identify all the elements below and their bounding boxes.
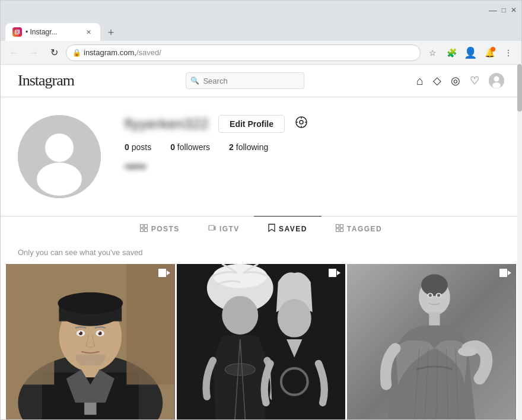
new-tab-button[interactable]: + [103, 24, 119, 41]
saved-notice: Only you can see what you've saved [6, 241, 516, 264]
profile-toolbar-button[interactable]: 👤 [462, 44, 479, 61]
tab-close-button[interactable]: ✕ [84, 27, 93, 37]
instagram-header: Instagram 🔍 ⌂ ◇ ◎ ♡ [1, 65, 521, 97]
svg-point-33 [58, 292, 123, 314]
minimize-button[interactable]: — [489, 5, 497, 15]
compass-icon[interactable]: ◎ [451, 74, 460, 87]
tagged-tab-label: TAGGED [347, 225, 382, 233]
followers-stat[interactable]: 0 followers [170, 142, 210, 152]
svg-rect-70 [499, 269, 507, 277]
tab-posts[interactable]: POSTS [126, 216, 194, 241]
posts-stat[interactable]: 0 posts [125, 142, 151, 152]
settings-button[interactable] [294, 115, 308, 133]
scrollbar-track[interactable] [517, 64, 522, 420]
tab-bar: • Instagr... ✕ + [1, 20, 521, 41]
close-window-button[interactable]: ✕ [511, 6, 517, 14]
user-avatar-nav[interactable] [489, 73, 504, 88]
svg-rect-42 [126, 264, 174, 384]
edit-profile-button[interactable]: Edit Profile [218, 115, 285, 133]
bookmark-button[interactable]: ☆ [424, 44, 441, 61]
tab-favicon [12, 27, 22, 37]
browser-tab[interactable]: • Instagr... ✕ [5, 23, 100, 41]
svg-point-8 [45, 133, 74, 162]
tab-igtv[interactable]: IGTV [194, 216, 254, 241]
svg-point-6 [492, 82, 501, 88]
search-container: 🔍 [186, 72, 304, 89]
profile-avatar[interactable] [18, 115, 101, 198]
page-content: Instagram 🔍 ⌂ ◇ ◎ ♡ [1, 65, 521, 419]
svg-point-65 [458, 346, 478, 356]
svg-point-48 [225, 364, 255, 376]
svg-point-58 [421, 274, 448, 296]
profile-tabs: POSTS IGTV [1, 216, 521, 241]
video-badge-2 [329, 269, 340, 277]
igtv-tab-icon [208, 224, 216, 234]
scrollbar-thumb[interactable] [517, 64, 522, 112]
svg-rect-41 [6, 264, 54, 384]
svg-rect-18 [140, 228, 143, 231]
svg-point-47 [222, 296, 258, 335]
search-icon: 🔍 [190, 77, 199, 85]
svg-rect-20 [209, 225, 214, 230]
svg-point-3 [18, 30, 20, 31]
svg-point-9 [37, 163, 82, 196]
instagram-nav: Instagram 🔍 ⌂ ◇ ◎ ♡ [6, 65, 516, 97]
window-control-buttons: — □ ✕ [489, 5, 517, 15]
profile-info: flyyerken322 Edit Profile [125, 115, 504, 171]
maximize-button[interactable]: □ [502, 6, 506, 14]
search-input[interactable] [186, 72, 304, 89]
tab-saved[interactable]: SAVED [254, 216, 322, 241]
reload-button[interactable]: ↻ [46, 44, 62, 61]
svg-rect-54 [329, 269, 336, 277]
tab-tagged[interactable]: TAGGED [322, 216, 396, 241]
svg-point-46 [213, 264, 268, 288]
send-icon[interactable]: ◇ [433, 74, 441, 87]
svg-rect-43 [158, 269, 166, 277]
svg-point-5 [494, 77, 499, 82]
home-icon[interactable]: ⌂ [416, 74, 424, 88]
profile-username: flyyerken322 [125, 116, 209, 132]
lock-icon: 🔒 [72, 49, 81, 57]
profile-section: flyyerken322 Edit Profile [6, 97, 516, 210]
heart-icon[interactable]: ♡ [470, 74, 479, 87]
media-item-3[interactable] [347, 264, 516, 419]
title-bar: — □ ✕ [1, 1, 521, 20]
toolbar-icons: ☆ 🧩 👤 🔔 ⋮ [424, 44, 517, 61]
svg-rect-24 [340, 228, 343, 231]
tabs-row: POSTS IGTV [6, 217, 516, 241]
media-grid [6, 264, 516, 419]
svg-point-69 [437, 294, 440, 297]
notification-button[interactable]: 🔔 [481, 44, 498, 61]
username-row: flyyerken322 Edit Profile [125, 115, 504, 133]
svg-point-36 [79, 332, 80, 333]
svg-rect-0 [12, 27, 22, 37]
svg-point-11 [300, 120, 303, 124]
menu-button[interactable]: ⋮ [500, 44, 517, 61]
saved-tab-label: SAVED [279, 225, 307, 233]
svg-rect-21 [336, 224, 339, 227]
nav-icons: ⌂ ◇ ◎ ♡ [416, 73, 504, 88]
media-item-2[interactable] [177, 264, 346, 419]
video-badge-1 [158, 269, 170, 277]
igtv-tab-label: IGTV [219, 225, 240, 233]
back-button[interactable]: ← [5, 44, 22, 61]
media-item-1[interactable] [6, 264, 175, 419]
svg-rect-59 [429, 312, 440, 325]
video-badge-3 [499, 269, 511, 277]
posts-tab-icon [140, 224, 148, 234]
profile-stats: 0 posts 0 followers 2 following [125, 142, 504, 152]
browser-toolbar: ← → ↻ 🔒 instagram.com,/saved/ ☆ 🧩 👤 🔔 ⋮ [1, 41, 521, 65]
svg-point-67 [429, 294, 432, 297]
profile-display-name: name [125, 161, 504, 171]
svg-rect-16 [140, 224, 143, 227]
forward-button[interactable]: → [26, 44, 42, 61]
tagged-tab-icon [336, 224, 343, 234]
address-bar[interactable]: 🔒 instagram.com,/saved/ [66, 44, 421, 61]
posts-tab-label: POSTS [151, 225, 180, 233]
instagram-logo[interactable]: Instagram [18, 72, 74, 90]
tab-title: • Instagr... [26, 28, 80, 36]
svg-rect-23 [336, 228, 339, 231]
extensions-button[interactable]: 🧩 [443, 44, 460, 61]
svg-rect-22 [340, 224, 343, 227]
following-stat[interactable]: 2 following [229, 142, 268, 152]
